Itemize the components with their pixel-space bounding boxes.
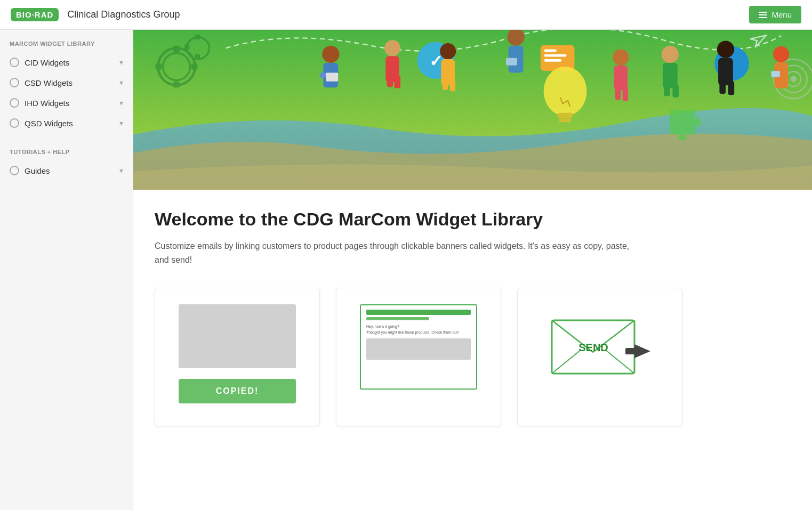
svg-rect-52 [719,82,726,94]
svg-text:SEND: SEND [578,342,608,353]
svg-point-54 [773,46,789,62]
svg-rect-30 [326,73,338,82]
sidebar: MARCOM WIDGET LIBRARY CID Widgets ▾ CSD … [0,30,133,510]
welcome-title: Welcome to the CDG MarCom Widget Library [155,209,791,230]
svg-text:✓: ✓ [429,52,443,70]
sidebar-item-guides[interactable]: Guides ▾ [0,160,133,181]
email-header-bar [366,310,471,315]
svg-rect-16 [544,59,561,62]
svg-rect-26 [559,118,572,122]
svg-rect-34 [395,76,401,88]
svg-rect-49 [672,85,679,98]
menu-icon [759,12,767,18]
sidebar-section-1-label: MARCOM WIDGET LIBRARY [0,41,133,52]
svg-rect-13 [541,45,575,71]
cards-section: COPIED! Hey, how's it going? Thought you… [133,277,812,448]
svg-rect-37 [443,79,448,90]
sidebar-label-guides: Guides [25,166,50,175]
sidebar-circle-cid [10,58,19,67]
welcome-section: Welcome to the CDG MarCom Widget Library… [133,190,812,277]
chevron-down-icon-cid: ▾ [119,58,123,67]
svg-rect-3 [173,46,180,52]
email-body-text1: Hey, how's it going? [366,325,471,328]
sidebar-label-ihd: IHD Widgets [25,99,69,108]
svg-rect-48 [664,85,670,96]
svg-rect-56 [771,71,780,77]
logo-text: BIO·RAD [16,10,53,19]
sidebar-label-csd: CSD Widgets [25,78,73,87]
chevron-down-icon-csd: ▾ [119,78,123,87]
bio-rad-logo: BIO·RAD [11,8,59,21]
sidebar-circle-guides [10,166,19,175]
chevron-down-icon-qsd: ▾ [119,119,123,127]
sidebar-circle-qsd [10,118,19,128]
svg-rect-41 [506,58,517,66]
chevron-down-icon-ihd: ▾ [119,99,123,107]
svg-point-46 [662,46,679,63]
svg-rect-53 [728,82,735,95]
sidebar-circle-ihd [10,98,19,108]
card-send: SEND [517,288,682,426]
card-email-preview: Hey, how's it going? Thought you might l… [336,288,501,426]
svg-rect-8 [195,35,200,39]
send-preview: SEND [541,304,658,390]
svg-point-27 [322,46,339,63]
email-subheader-bar [366,317,429,320]
sidebar-item-cid[interactable]: CID Widgets ▾ [0,52,133,72]
svg-rect-44 [615,87,621,100]
email-content-box [366,338,471,360]
welcome-description: Customize emails by linking customers to… [155,239,634,266]
sidebar-section-2-label: TUTORIALS + HELP [0,149,133,160]
app-header: BIO·RAD Clinical Diagnostics Group Menu [0,0,812,30]
svg-rect-33 [387,76,393,87]
email-body-text2: Thought you might like these products. C… [366,330,471,334]
svg-point-35 [440,43,456,59]
svg-point-24 [544,67,587,116]
sidebar-item-ihd[interactable]: IHD Widgets ▾ [0,93,133,113]
sidebar-circle-csd [10,78,19,87]
widget-image-placeholder [179,304,296,368]
svg-rect-9 [195,54,200,59]
svg-point-31 [384,40,400,56]
sidebar-item-qsd[interactable]: QSD Widgets ▾ [0,113,133,133]
menu-button-label: Menu [771,10,792,19]
svg-rect-67 [625,348,636,354]
app-layout: MARCOM WIDGET LIBRARY CID Widgets ▾ CSD … [0,30,812,510]
card-copy-widget: COPIED! [155,288,320,426]
svg-rect-47 [663,63,678,88]
sidebar-item-csd[interactable]: CSD Widgets ▾ [0,72,133,93]
email-preview: Hey, how's it going? Thought you might l… [360,304,477,390]
svg-marker-66 [634,344,650,358]
svg-rect-51 [718,58,733,85]
svg-rect-43 [614,66,628,90]
svg-rect-14 [544,50,557,52]
svg-point-50 [717,41,734,58]
svg-rect-25 [558,113,573,118]
chevron-down-icon-guides: ▾ [119,166,123,175]
svg-rect-5 [156,63,162,70]
svg-line-63 [552,350,581,374]
menu-button[interactable]: Menu [749,6,801,23]
sidebar-divider [0,141,133,141]
main-content: ✓ ! [133,30,812,510]
hero-banner: ✓ ! [133,30,812,190]
svg-rect-15 [544,54,567,57]
svg-rect-6 [191,63,198,70]
svg-point-42 [613,50,629,66]
svg-rect-4 [173,82,180,88]
sidebar-label-qsd: QSD Widgets [25,119,73,128]
svg-rect-45 [623,87,628,101]
header-left: BIO·RAD Clinical Diagnostics Group [11,8,180,21]
svg-point-22 [790,76,797,82]
header-title: Clinical Diagnostics Group [67,9,180,20]
copied-button[interactable]: COPIED! [179,379,296,403]
sidebar-label-cid: CID Widgets [25,58,69,67]
svg-rect-38 [450,79,455,91]
svg-rect-10 [184,44,189,49]
